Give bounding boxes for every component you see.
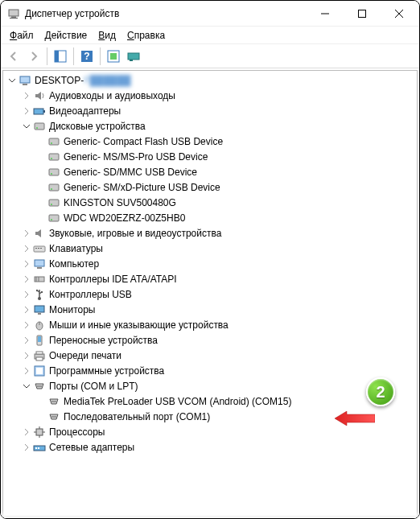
disk-icon (47, 181, 60, 194)
category-portable[interactable]: Переносные устройства (3, 332, 417, 348)
chevron-down-icon[interactable] (21, 121, 32, 132)
chevron-right-icon[interactable] (21, 105, 32, 117)
svg-rect-45 (41, 291, 43, 293)
svg-rect-54 (36, 357, 43, 360)
network-icon (33, 441, 46, 454)
maximize-button[interactable] (344, 2, 381, 26)
tree-root[interactable]: DESKTOP-F██████ (3, 72, 417, 88)
menu-view[interactable]: Вид (93, 28, 121, 43)
toolbar: ? (1, 44, 419, 68)
svg-rect-18 (43, 110, 45, 113)
chevron-right-icon[interactable] (21, 350, 32, 361)
svg-rect-35 (38, 248, 39, 249)
svg-point-24 (51, 158, 52, 159)
svg-rect-14 (130, 60, 133, 61)
chevron-right-icon[interactable] (21, 319, 32, 331)
disk-icon (47, 212, 60, 224)
forward-button (24, 47, 43, 66)
category-sound[interactable]: Звуковые, игровые и видеоустройства (3, 225, 417, 241)
menu-file[interactable]: /*noop*/Файл (4, 28, 39, 43)
category-mice[interactable]: Мыши и иные указывающие устройства (3, 317, 417, 332)
category-keyboards[interactable]: Клавиатуры (3, 241, 417, 256)
close-button[interactable] (381, 2, 418, 26)
svg-rect-34 (35, 248, 37, 249)
disk-icon (47, 196, 60, 209)
chevron-down-icon[interactable] (6, 75, 18, 86)
chevron-right-icon[interactable] (21, 274, 32, 285)
disk-item[interactable]: Generic- SD/MMC USB Device (3, 164, 417, 179)
category-print-queues[interactable]: Очереди печати (3, 348, 417, 363)
svg-point-20 (36, 127, 38, 129)
disk-item[interactable]: Generic- Compact Flash USB Device (3, 134, 417, 149)
disk-item[interactable]: KINGSTON SUV500480G (3, 195, 417, 210)
category-video[interactable]: Видеоадаптеры (3, 103, 417, 118)
back-button (4, 47, 23, 66)
chevron-right-icon[interactable] (21, 304, 32, 315)
chevron-right-icon[interactable] (21, 258, 32, 270)
chevron-right-icon[interactable] (21, 335, 32, 346)
svg-text:?: ? (84, 51, 89, 62)
category-monitors[interactable]: Мониторы (3, 302, 417, 317)
svg-point-60 (51, 401, 53, 402)
chevron-right-icon[interactable] (21, 365, 32, 377)
disk-icon (47, 150, 60, 163)
chevron-down-icon[interactable] (21, 381, 32, 392)
category-audio[interactable]: Аудиовходы и аудиовыходы (3, 88, 417, 103)
chevron-right-icon[interactable] (21, 90, 32, 101)
help-button[interactable]: ? (77, 47, 97, 66)
show-console-tree-button[interactable] (51, 47, 70, 66)
svg-point-44 (36, 289, 38, 290)
svg-rect-53 (36, 352, 43, 354)
printer-icon (33, 349, 46, 362)
svg-rect-21 (49, 138, 59, 145)
port-item-mediatek[interactable]: MediaTek PreLoader USB VCOM (Android) (C… (3, 393, 417, 409)
usb-icon (33, 288, 46, 301)
root-label: DESKTOP-F██████ (35, 75, 130, 86)
svg-rect-36 (40, 248, 42, 249)
scan-hardware-button[interactable] (104, 47, 123, 66)
svg-rect-46 (35, 306, 44, 312)
svg-rect-25 (49, 169, 59, 175)
menu-help[interactable]: Справка (121, 28, 171, 43)
disk-item[interactable]: Generic- MS/MS-Pro USB Device (3, 149, 417, 164)
svg-rect-33 (34, 246, 45, 252)
category-ide[interactable]: Контроллеры IDE ATA/ATAPI (3, 271, 417, 286)
category-ports[interactable]: Порты (COM и LPT) (3, 378, 417, 393)
svg-point-61 (53, 401, 55, 402)
minimize-button[interactable] (307, 2, 344, 26)
menubar: /*noop*/Файл Действие Вид Справка (1, 27, 419, 44)
category-network[interactable]: Сетевые адаптеры (3, 439, 417, 455)
category-cpu[interactable]: Процессоры (3, 424, 417, 439)
port-icon (47, 395, 60, 408)
chevron-right-icon[interactable] (21, 442, 32, 453)
svg-rect-31 (49, 215, 59, 221)
svg-point-63 (51, 416, 53, 418)
svg-point-32 (51, 219, 52, 220)
chevron-right-icon[interactable] (21, 243, 32, 254)
svg-point-28 (51, 188, 52, 190)
svg-rect-37 (35, 260, 44, 266)
device-tree[interactable]: DESKTOP-F██████ Аудиовходы и аудиовыходы… (2, 70, 418, 517)
chevron-right-icon[interactable] (21, 426, 32, 438)
disk-icon (47, 135, 60, 148)
svg-rect-56 (36, 368, 43, 374)
svg-rect-13 (128, 53, 139, 60)
chevron-right-icon[interactable] (21, 289, 32, 300)
disk-item[interactable]: WDC WD20EZRZ-00Z5HB0 (3, 210, 417, 225)
computer-icon (19, 74, 31, 87)
cpu-icon (33, 426, 46, 439)
menu-action[interactable]: Действие (39, 28, 93, 43)
port-icon (33, 380, 46, 393)
category-computer[interactable]: Компьютер (3, 256, 417, 271)
category-software[interactable]: Программные устройства (3, 363, 417, 378)
disk-item[interactable]: Generic- SM/xD-Picture USB Device (3, 179, 417, 195)
ide-icon (33, 273, 46, 286)
devices-button[interactable] (124, 47, 143, 66)
sound-icon (33, 227, 46, 240)
chevron-right-icon[interactable] (21, 228, 32, 239)
category-usb[interactable]: Контроллеры USB (3, 286, 417, 302)
svg-point-30 (51, 204, 52, 205)
svg-rect-8 (55, 51, 59, 62)
category-disk[interactable]: Дисковые устройства (3, 118, 417, 134)
svg-rect-51 (38, 336, 41, 342)
